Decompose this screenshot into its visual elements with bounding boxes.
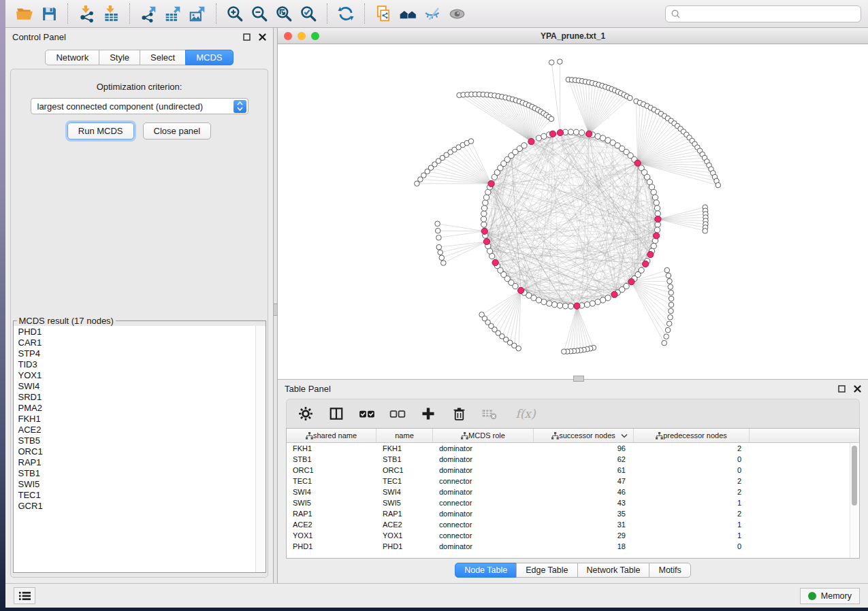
network-window-titlebar[interactable]: YPA_prune.txt_1: [278, 28, 868, 44]
network-search-box[interactable]: [665, 5, 861, 22]
mcds-result-item[interactable]: TID3: [18, 359, 255, 370]
table-cell: dominator: [433, 488, 534, 496]
deselect-all-rows-button[interactable]: [389, 406, 406, 422]
run-mcds-button[interactable]: Run MCDS: [67, 122, 134, 139]
close-panel-button[interactable]: Close panel: [143, 122, 212, 139]
column-header-mcds-role[interactable]: MCDS role: [433, 429, 534, 442]
tab-select[interactable]: Select: [140, 50, 186, 65]
function-icon: f(x): [515, 407, 535, 420]
table-row[interactable]: SWI4SWI4dominator462: [287, 486, 859, 497]
toolbar-separator: [216, 3, 216, 24]
export-table-button[interactable]: [161, 2, 185, 25]
table-row[interactable]: ACE2ACE2connector311: [287, 519, 859, 530]
mcds-result-item[interactable]: STB1: [18, 468, 255, 479]
table-row[interactable]: RAP1RAP1dominator352: [287, 508, 859, 519]
tab-motifs[interactable]: Motifs: [649, 563, 690, 578]
table-scrollbar-thumb[interactable]: [852, 446, 857, 506]
task-history-button[interactable]: [14, 587, 35, 604]
table-cell: FKH1: [287, 444, 376, 452]
table-row[interactable]: YOX1YOX1connector291: [287, 530, 859, 541]
tab-edge-table[interactable]: Edge Table: [516, 563, 577, 578]
export-network-button[interactable]: [136, 2, 161, 25]
mcds-result-item[interactable]: SWI5: [18, 479, 255, 490]
column-header-successor-nodes[interactable]: successor nodes: [534, 429, 634, 442]
table-cell: dominator: [433, 455, 534, 463]
mcds-result-item[interactable]: FKH1: [18, 414, 255, 425]
mcds-result-item[interactable]: RAP1: [18, 457, 255, 468]
export-image-button[interactable]: [185, 2, 210, 25]
mcds-result-item[interactable]: SRD1: [18, 392, 255, 403]
mcds-result-item[interactable]: YOX1: [18, 370, 255, 381]
refresh-layout-button[interactable]: [334, 2, 358, 25]
import-table-button[interactable]: [99, 2, 123, 25]
zoom-fit-button[interactable]: [272, 2, 296, 25]
column-header-predecessor-nodes[interactable]: predecessor nodes: [634, 429, 750, 442]
mcds-result-item[interactable]: ORC1: [18, 446, 255, 457]
tab-mcds[interactable]: MCDS: [185, 50, 233, 65]
import-network-button[interactable]: [74, 2, 99, 25]
add-column-button[interactable]: [420, 406, 436, 422]
table-header-row: shared namenameMCDS rolesuccessor nodesp…: [287, 429, 859, 443]
tab-style[interactable]: Style: [99, 50, 140, 65]
column-visibility-button[interactable]: [328, 406, 344, 422]
column-header-name[interactable]: name: [376, 429, 433, 442]
column-header-shared-name[interactable]: shared name: [287, 429, 376, 442]
mcds-result-item[interactable]: STB5: [18, 435, 255, 446]
apply-function-button[interactable]: f(x): [512, 406, 539, 422]
tab-node-table[interactable]: Node Table: [455, 563, 517, 578]
duplicate-network-button[interactable]: [371, 2, 396, 25]
table-row[interactable]: STB1STB1dominator620: [287, 454, 859, 465]
mcds-result-item[interactable]: SWI4: [18, 381, 255, 392]
mcds-result-item[interactable]: GCR1: [18, 501, 255, 512]
close-panel-icon[interactable]: [259, 33, 266, 41]
first-neighbors-button[interactable]: [396, 2, 420, 25]
mcds-result-scrollbar[interactable]: [255, 326, 266, 572]
open-file-button[interactable]: [12, 2, 37, 25]
save-session-button[interactable]: [37, 2, 61, 25]
float-panel-icon[interactable]: [243, 33, 251, 41]
column-label: shared name: [313, 431, 357, 440]
close-panel-icon[interactable]: [854, 385, 861, 393]
table-body: FKH1FKH1dominator962STB1STB1dominator620…: [287, 443, 859, 552]
table-cell: TEC1: [376, 477, 433, 485]
table-panel-header: Table Panel: [278, 380, 868, 398]
hide-eye-icon: [423, 5, 442, 23]
criterion-selected-value: largest connected component (undirected): [37, 101, 204, 112]
float-panel-icon[interactable]: [838, 385, 846, 393]
tab-network-table[interactable]: Network Table: [577, 563, 650, 578]
delete-table-button[interactable]: [481, 406, 498, 422]
table-row[interactable]: TEC1TEC1connector472: [287, 476, 859, 486]
vertical-splitter[interactable]: [273, 28, 278, 583]
splitter-grip[interactable]: [274, 303, 277, 316]
first-neighbors-houses-icon: [399, 5, 417, 23]
network-canvas[interactable]: [278, 44, 868, 379]
delete-column-button[interactable]: [451, 406, 467, 422]
mcds-result-item[interactable]: PMA2: [18, 403, 255, 414]
show-all-button[interactable]: [445, 2, 469, 25]
memory-button[interactable]: Memory: [800, 588, 860, 604]
mcds-result-item[interactable]: STP4: [18, 348, 255, 359]
node-table[interactable]: shared namenameMCDS rolesuccessor nodesp…: [286, 428, 860, 559]
table-row[interactable]: SWI5SWI5connector431: [287, 497, 859, 508]
select-all-rows-button[interactable]: [359, 406, 375, 422]
search-input[interactable]: [685, 8, 856, 20]
zoom-selected-button[interactable]: [296, 2, 321, 25]
criterion-dropdown[interactable]: largest connected component (undirected): [31, 98, 248, 114]
hide-selected-button[interactable]: [420, 2, 445, 25]
zoom-in-button[interactable]: [223, 2, 247, 25]
table-toolbar: f(x): [286, 399, 860, 428]
mcds-result-item[interactable]: ACE2: [18, 425, 255, 435]
table-row[interactable]: ORC1ORC1dominator610: [287, 465, 859, 476]
table-settings-button[interactable]: [298, 406, 314, 422]
mcds-result-list[interactable]: PHD1CAR1STP4TID3YOX1SWI4SRD1PMA2FKH1ACE2…: [14, 326, 255, 572]
table-row[interactable]: FKH1FKH1dominator962: [287, 443, 859, 454]
mcds-result-item[interactable]: TEC1: [18, 490, 255, 501]
horizontal-splitter-grip[interactable]: [573, 376, 584, 382]
mcds-result-item[interactable]: PHD1: [18, 327, 255, 337]
table-cell: connector: [433, 499, 534, 507]
tab-network[interactable]: Network: [45, 50, 99, 65]
mcds-result-item[interactable]: CAR1: [18, 337, 255, 348]
zoom-out-button[interactable]: [247, 2, 272, 25]
table-scrollbar[interactable]: [850, 443, 859, 558]
table-row[interactable]: PHD1PHD1dominator180: [287, 541, 859, 552]
